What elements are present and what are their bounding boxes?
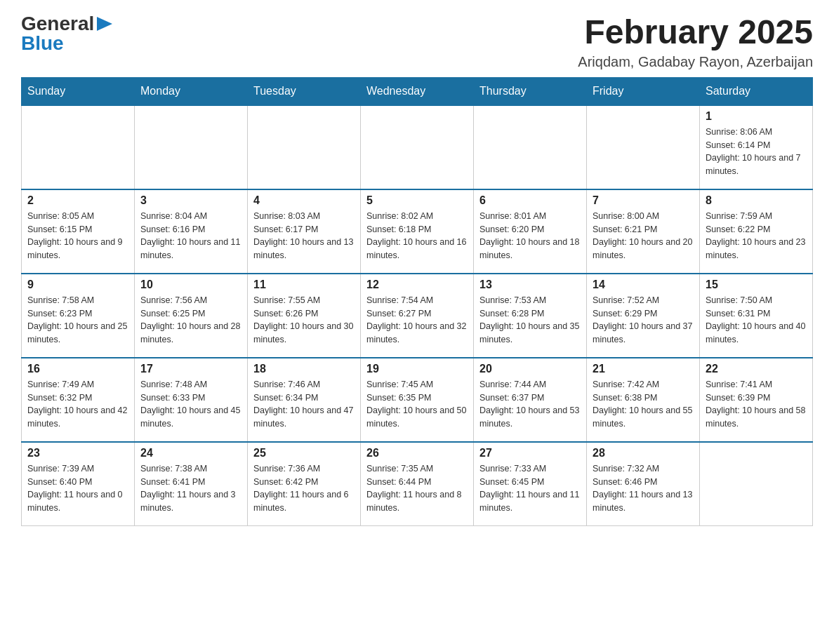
day-info: Sunrise: 8:01 AMSunset: 6:20 PMDaylight:… [479,210,581,262]
day-number: 21 [593,363,694,375]
calendar-cell: 5Sunrise: 8:02 AMSunset: 6:18 PMDaylight… [361,189,474,274]
calendar-cell [22,105,135,189]
calendar-cell: 22Sunrise: 7:41 AMSunset: 6:39 PMDayligh… [700,358,813,442]
calendar-week-row: 9Sunrise: 7:58 AMSunset: 6:23 PMDaylight… [22,274,813,358]
day-info: Sunrise: 7:59 AMSunset: 6:22 PMDaylight:… [706,210,807,262]
day-number: 12 [366,279,468,291]
day-number: 20 [479,363,581,375]
calendar-week-row: 1Sunrise: 8:06 AMSunset: 6:14 PMDaylight… [22,105,813,189]
location-title: Ariqdam, Gadabay Rayon, Azerbaijan [578,54,813,70]
calendar-cell [248,105,361,189]
weekday-header-tuesday: Tuesday [248,77,361,105]
calendar-week-row: 23Sunrise: 7:39 AMSunset: 6:40 PMDayligh… [22,442,813,526]
day-info: Sunrise: 7:55 AMSunset: 6:26 PMDaylight:… [253,294,355,347]
calendar-cell: 21Sunrise: 7:42 AMSunset: 6:38 PMDayligh… [587,358,700,442]
calendar-cell: 25Sunrise: 7:36 AMSunset: 6:42 PMDayligh… [248,442,361,526]
calendar-cell: 8Sunrise: 7:59 AMSunset: 6:22 PMDaylight… [700,189,813,274]
day-number: 25 [253,447,355,459]
logo-blue: Blue [21,32,64,54]
day-number: 15 [706,279,807,291]
calendar-cell: 1Sunrise: 8:06 AMSunset: 6:14 PMDaylight… [700,105,813,189]
calendar-table: SundayMondayTuesdayWednesdayThursdayFrid… [21,77,813,527]
calendar-cell: 24Sunrise: 7:38 AMSunset: 6:41 PMDayligh… [135,442,248,526]
svg-marker-0 [97,17,112,31]
day-info: Sunrise: 7:46 AMSunset: 6:34 PMDaylight:… [253,378,355,431]
weekday-header-wednesday: Wednesday [361,77,474,105]
calendar-cell: 14Sunrise: 7:52 AMSunset: 6:29 PMDayligh… [587,274,700,358]
calendar-cell [587,105,700,189]
calendar-cell: 20Sunrise: 7:44 AMSunset: 6:37 PMDayligh… [474,358,587,442]
calendar-cell [361,105,474,189]
day-number: 22 [706,363,807,375]
day-info: Sunrise: 7:52 AMSunset: 6:29 PMDaylight:… [593,294,694,347]
day-number: 19 [366,363,468,375]
day-number: 23 [27,447,128,459]
day-info: Sunrise: 7:36 AMSunset: 6:42 PMDaylight:… [253,462,355,515]
day-info: Sunrise: 7:56 AMSunset: 6:25 PMDaylight:… [140,294,241,347]
day-number: 28 [593,447,694,459]
day-number: 14 [593,279,694,291]
calendar-cell: 4Sunrise: 8:03 AMSunset: 6:17 PMDaylight… [248,189,361,274]
day-number: 1 [706,110,807,123]
day-info: Sunrise: 7:33 AMSunset: 6:45 PMDaylight:… [479,462,581,515]
day-number: 18 [253,363,355,375]
calendar-cell: 3Sunrise: 8:04 AMSunset: 6:16 PMDaylight… [135,189,248,274]
day-number: 11 [253,279,355,291]
calendar-cell: 15Sunrise: 7:50 AMSunset: 6:31 PMDayligh… [700,274,813,358]
day-number: 7 [593,194,694,207]
calendar-week-row: 16Sunrise: 7:49 AMSunset: 6:32 PMDayligh… [22,358,813,442]
calendar-cell: 27Sunrise: 7:33 AMSunset: 6:45 PMDayligh… [474,442,587,526]
day-info: Sunrise: 7:42 AMSunset: 6:38 PMDaylight:… [593,378,694,431]
weekday-header-friday: Friday [587,77,700,105]
day-info: Sunrise: 7:35 AMSunset: 6:44 PMDaylight:… [366,462,468,515]
day-info: Sunrise: 7:45 AMSunset: 6:35 PMDaylight:… [366,378,468,431]
logo-general: General [21,14,94,34]
day-info: Sunrise: 8:03 AMSunset: 6:17 PMDaylight:… [253,210,355,262]
day-number: 5 [366,194,468,207]
calendar-cell [700,442,813,526]
title-section: February 2025 Ariqdam, Gadabay Rayon, Az… [578,14,813,70]
day-number: 2 [27,194,128,207]
day-number: 27 [479,447,581,459]
day-number: 6 [479,194,581,207]
calendar-cell: 10Sunrise: 7:56 AMSunset: 6:25 PMDayligh… [135,274,248,358]
logo: General Blue [21,14,112,53]
day-info: Sunrise: 8:06 AMSunset: 6:14 PMDaylight:… [706,126,807,178]
calendar-cell: 23Sunrise: 7:39 AMSunset: 6:40 PMDayligh… [22,442,135,526]
day-info: Sunrise: 7:54 AMSunset: 6:27 PMDaylight:… [366,294,468,347]
calendar-cell: 17Sunrise: 7:48 AMSunset: 6:33 PMDayligh… [135,358,248,442]
day-info: Sunrise: 7:39 AMSunset: 6:40 PMDaylight:… [27,462,128,515]
weekday-header-sunday: Sunday [22,77,135,105]
logo-arrow-icon [97,17,112,31]
calendar-cell: 9Sunrise: 7:58 AMSunset: 6:23 PMDaylight… [22,274,135,358]
calendar-cell [135,105,248,189]
day-info: Sunrise: 7:44 AMSunset: 6:37 PMDaylight:… [479,378,581,431]
day-number: 16 [27,363,128,375]
calendar-cell: 18Sunrise: 7:46 AMSunset: 6:34 PMDayligh… [248,358,361,442]
day-number: 13 [479,279,581,291]
day-number: 8 [706,194,807,207]
calendar-header-row: SundayMondayTuesdayWednesdayThursdayFrid… [22,77,813,105]
page-header: General Blue February 2025 Ariqdam, Gada… [21,14,813,70]
day-info: Sunrise: 7:38 AMSunset: 6:41 PMDaylight:… [140,462,241,515]
calendar-cell: 19Sunrise: 7:45 AMSunset: 6:35 PMDayligh… [361,358,474,442]
calendar-cell: 7Sunrise: 8:00 AMSunset: 6:21 PMDaylight… [587,189,700,274]
day-info: Sunrise: 7:58 AMSunset: 6:23 PMDaylight:… [27,294,128,347]
day-info: Sunrise: 8:04 AMSunset: 6:16 PMDaylight:… [140,210,241,262]
day-info: Sunrise: 7:48 AMSunset: 6:33 PMDaylight:… [140,378,241,431]
calendar-cell: 28Sunrise: 7:32 AMSunset: 6:46 PMDayligh… [587,442,700,526]
day-info: Sunrise: 8:05 AMSunset: 6:15 PMDaylight:… [27,210,128,262]
day-info: Sunrise: 7:41 AMSunset: 6:39 PMDaylight:… [706,378,807,431]
day-number: 17 [140,363,241,375]
calendar-cell: 26Sunrise: 7:35 AMSunset: 6:44 PMDayligh… [361,442,474,526]
calendar-week-row: 2Sunrise: 8:05 AMSunset: 6:15 PMDaylight… [22,189,813,274]
day-info: Sunrise: 8:00 AMSunset: 6:21 PMDaylight:… [593,210,694,262]
month-title: February 2025 [578,14,813,51]
day-number: 3 [140,194,241,207]
calendar-cell [474,105,587,189]
day-number: 4 [253,194,355,207]
calendar-cell: 16Sunrise: 7:49 AMSunset: 6:32 PMDayligh… [22,358,135,442]
day-number: 9 [27,279,128,291]
calendar-cell: 11Sunrise: 7:55 AMSunset: 6:26 PMDayligh… [248,274,361,358]
weekday-header-monday: Monday [135,77,248,105]
